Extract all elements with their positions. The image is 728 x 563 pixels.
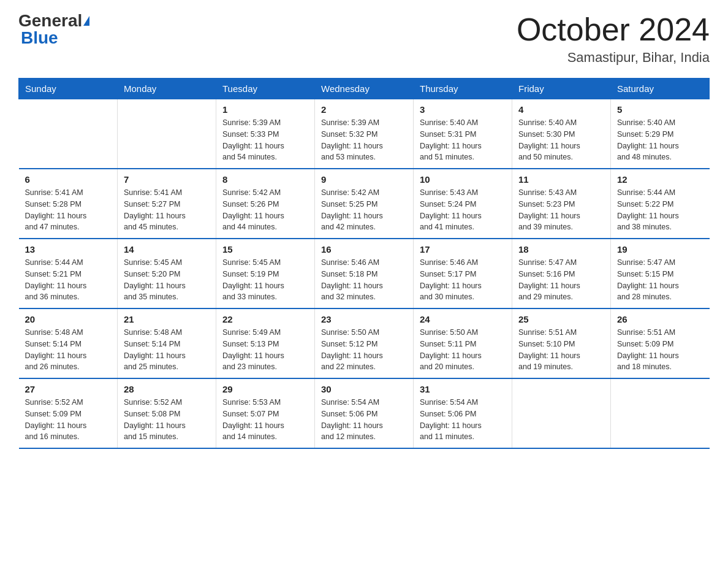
day-cell: 20Sunrise: 5:48 AM Sunset: 5:14 PM Dayli… — [19, 308, 118, 378]
day-number: 11 — [518, 174, 604, 185]
day-info: Sunrise: 5:46 AM Sunset: 5:18 PM Dayligh… — [321, 257, 407, 303]
header-sunday: Sunday — [19, 79, 118, 99]
day-info: Sunrise: 5:50 AM Sunset: 5:12 PM Dayligh… — [321, 327, 407, 373]
day-number: 3 — [420, 104, 506, 115]
day-info: Sunrise: 5:45 AM Sunset: 5:19 PM Dayligh… — [222, 257, 308, 303]
day-info: Sunrise: 5:47 AM Sunset: 5:16 PM Dayligh… — [518, 257, 604, 303]
day-cell: 17Sunrise: 5:46 AM Sunset: 5:17 PM Dayli… — [414, 239, 512, 308]
day-number: 30 — [321, 384, 407, 394]
day-cell: 26Sunrise: 5:51 AM Sunset: 5:09 PM Dayli… — [611, 308, 710, 378]
day-number: 9 — [321, 174, 407, 185]
day-info: Sunrise: 5:43 AM Sunset: 5:23 PM Dayligh… — [518, 187, 604, 233]
day-cell: 31Sunrise: 5:54 AM Sunset: 5:06 PM Dayli… — [414, 378, 512, 448]
week-row-3: 20Sunrise: 5:48 AM Sunset: 5:14 PM Dayli… — [19, 308, 710, 378]
month-title: October 2024 — [517, 12, 710, 47]
day-number: 6 — [25, 174, 112, 185]
day-cell: 4Sunrise: 5:40 AM Sunset: 5:30 PM Daylig… — [512, 99, 611, 169]
title-area: October 2024 Samastipur, Bihar, India — [517, 12, 710, 66]
day-info: Sunrise: 5:40 AM Sunset: 5:31 PM Dayligh… — [420, 117, 506, 163]
day-number: 7 — [124, 174, 210, 185]
logo-general-row: General — [18, 12, 89, 29]
day-cell: 23Sunrise: 5:50 AM Sunset: 5:12 PM Dayli… — [315, 308, 414, 378]
day-cell: 29Sunrise: 5:53 AM Sunset: 5:07 PM Dayli… — [216, 378, 315, 448]
page-header: General Blue October 2024 Samastipur, Bi… — [18, 12, 710, 66]
day-info: Sunrise: 5:49 AM Sunset: 5:13 PM Dayligh… — [222, 327, 308, 373]
day-number: 19 — [617, 244, 703, 255]
day-info: Sunrise: 5:47 AM Sunset: 5:15 PM Dayligh… — [617, 257, 703, 303]
day-number: 13 — [25, 244, 112, 255]
day-number: 26 — [617, 314, 703, 324]
day-number: 25 — [518, 314, 604, 324]
day-number: 17 — [420, 244, 506, 255]
week-row-1: 6Sunrise: 5:41 AM Sunset: 5:28 PM Daylig… — [19, 169, 710, 239]
day-number: 14 — [124, 244, 210, 255]
day-cell: 27Sunrise: 5:52 AM Sunset: 5:09 PM Dayli… — [19, 378, 118, 448]
day-cell: 8Sunrise: 5:42 AM Sunset: 5:26 PM Daylig… — [216, 169, 315, 239]
day-number: 21 — [124, 314, 210, 324]
day-cell: 10Sunrise: 5:43 AM Sunset: 5:24 PM Dayli… — [414, 169, 512, 239]
day-cell — [611, 378, 710, 448]
day-info: Sunrise: 5:50 AM Sunset: 5:11 PM Dayligh… — [420, 327, 506, 373]
day-cell: 3Sunrise: 5:40 AM Sunset: 5:31 PM Daylig… — [414, 99, 512, 169]
day-cell — [512, 378, 611, 448]
day-cell: 9Sunrise: 5:42 AM Sunset: 5:25 PM Daylig… — [315, 169, 414, 239]
location-title: Samastipur, Bihar, India — [517, 50, 710, 66]
day-info: Sunrise: 5:39 AM Sunset: 5:32 PM Dayligh… — [321, 117, 407, 163]
day-cell: 25Sunrise: 5:51 AM Sunset: 5:10 PM Dayli… — [512, 308, 611, 378]
day-info: Sunrise: 5:52 AM Sunset: 5:08 PM Dayligh… — [124, 397, 210, 443]
day-info: Sunrise: 5:40 AM Sunset: 5:30 PM Dayligh… — [518, 117, 604, 163]
day-info: Sunrise: 5:43 AM Sunset: 5:24 PM Dayligh… — [420, 187, 506, 233]
day-cell: 14Sunrise: 5:45 AM Sunset: 5:20 PM Dayli… — [118, 239, 216, 308]
week-row-4: 27Sunrise: 5:52 AM Sunset: 5:09 PM Dayli… — [19, 378, 710, 448]
day-number: 24 — [420, 314, 506, 324]
day-number: 23 — [321, 314, 407, 324]
day-number: 5 — [617, 104, 703, 115]
day-cell — [118, 99, 216, 169]
day-number: 15 — [222, 244, 308, 255]
logo-blue-row: Blue — [18, 29, 58, 47]
day-number: 29 — [222, 384, 308, 394]
logo-blue-text: Blue — [21, 28, 58, 47]
week-row-0: 1Sunrise: 5:39 AM Sunset: 5:33 PM Daylig… — [19, 99, 710, 169]
day-number: 10 — [420, 174, 506, 185]
day-info: Sunrise: 5:41 AM Sunset: 5:28 PM Dayligh… — [25, 187, 112, 233]
week-row-2: 13Sunrise: 5:44 AM Sunset: 5:21 PM Dayli… — [19, 239, 710, 308]
day-cell: 2Sunrise: 5:39 AM Sunset: 5:32 PM Daylig… — [315, 99, 414, 169]
day-info: Sunrise: 5:53 AM Sunset: 5:07 PM Dayligh… — [222, 397, 308, 443]
day-info: Sunrise: 5:51 AM Sunset: 5:09 PM Dayligh… — [617, 327, 703, 373]
day-info: Sunrise: 5:54 AM Sunset: 5:06 PM Dayligh… — [321, 397, 407, 443]
day-cell — [19, 99, 118, 169]
day-cell: 19Sunrise: 5:47 AM Sunset: 5:15 PM Dayli… — [611, 239, 710, 308]
day-number: 31 — [420, 384, 506, 394]
day-cell: 12Sunrise: 5:44 AM Sunset: 5:22 PM Dayli… — [611, 169, 710, 239]
day-info: Sunrise: 5:48 AM Sunset: 5:14 PM Dayligh… — [25, 327, 112, 373]
day-info: Sunrise: 5:44 AM Sunset: 5:22 PM Dayligh… — [617, 187, 703, 233]
day-cell: 24Sunrise: 5:50 AM Sunset: 5:11 PM Dayli… — [414, 308, 512, 378]
day-cell: 15Sunrise: 5:45 AM Sunset: 5:19 PM Dayli… — [216, 239, 315, 308]
logo-general-text: General — [18, 12, 82, 29]
day-info: Sunrise: 5:42 AM Sunset: 5:26 PM Dayligh… — [222, 187, 308, 233]
day-info: Sunrise: 5:51 AM Sunset: 5:10 PM Dayligh… — [518, 327, 604, 373]
day-number: 1 — [222, 104, 308, 115]
header-tuesday: Tuesday — [216, 79, 315, 99]
day-cell: 21Sunrise: 5:48 AM Sunset: 5:14 PM Dayli… — [118, 308, 216, 378]
day-number: 28 — [124, 384, 210, 394]
day-number: 2 — [321, 104, 407, 115]
day-cell: 11Sunrise: 5:43 AM Sunset: 5:23 PM Dayli… — [512, 169, 611, 239]
day-cell: 16Sunrise: 5:46 AM Sunset: 5:18 PM Dayli… — [315, 239, 414, 308]
day-number: 27 — [25, 384, 112, 394]
day-info: Sunrise: 5:40 AM Sunset: 5:29 PM Dayligh… — [617, 117, 703, 163]
day-cell: 7Sunrise: 5:41 AM Sunset: 5:27 PM Daylig… — [118, 169, 216, 239]
calendar-header-row: SundayMondayTuesdayWednesdayThursdayFrid… — [19, 79, 710, 99]
day-cell: 6Sunrise: 5:41 AM Sunset: 5:28 PM Daylig… — [19, 169, 118, 239]
day-number: 8 — [222, 174, 308, 185]
header-wednesday: Wednesday — [315, 79, 414, 99]
logo: General Blue — [18, 12, 89, 47]
day-info: Sunrise: 5:42 AM Sunset: 5:25 PM Dayligh… — [321, 187, 407, 233]
day-number: 16 — [321, 244, 407, 255]
day-cell: 1Sunrise: 5:39 AM Sunset: 5:33 PM Daylig… — [216, 99, 315, 169]
day-cell: 13Sunrise: 5:44 AM Sunset: 5:21 PM Dayli… — [19, 239, 118, 308]
day-number: 4 — [518, 104, 604, 115]
header-monday: Monday — [118, 79, 216, 99]
day-info: Sunrise: 5:39 AM Sunset: 5:33 PM Dayligh… — [222, 117, 308, 163]
